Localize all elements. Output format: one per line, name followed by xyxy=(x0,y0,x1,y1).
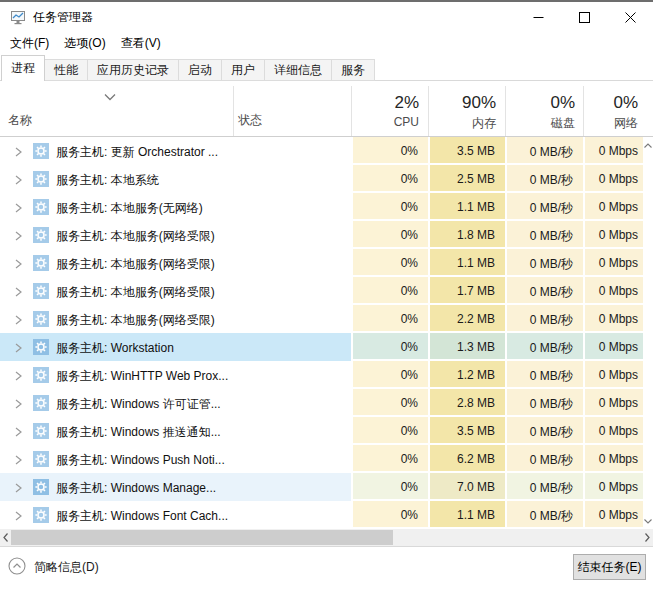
process-row[interactable]: 服务主机: 本地服务(无网络) 0% 1.1 MB 0 MB/秒 0 Mbps xyxy=(0,193,653,221)
service-gear-icon xyxy=(33,367,49,383)
maximize-icon xyxy=(579,12,590,23)
process-name: 服务主机: Windows 推送通知... xyxy=(56,424,221,441)
cpu-total-percent: 2% xyxy=(351,93,419,112)
column-header-memory[interactable]: 90% 内存 xyxy=(428,81,505,136)
process-name: 服务主机: 本地服务(网络受限) xyxy=(56,256,215,273)
process-row[interactable]: 服务主机: 本地系统 0% 2.5 MB 0 MB/秒 0 Mbps xyxy=(0,165,653,193)
disk-cell: 0 MB/秒 xyxy=(505,221,583,249)
process-name: 服务主机: 本地系统 xyxy=(56,172,159,189)
process-name: 服务主机: 本地服务(网络受限) xyxy=(56,312,215,329)
menu-options[interactable]: 选项(O) xyxy=(64,35,105,52)
expand-chevron-icon[interactable] xyxy=(14,286,24,296)
network-cell: 0 Mbps xyxy=(583,389,645,417)
disk-cell: 0 MB/秒 xyxy=(505,445,583,473)
close-icon xyxy=(625,12,636,23)
expand-chevron-icon[interactable] xyxy=(14,482,24,492)
window-title: 任务管理器 xyxy=(33,9,93,26)
vertical-scrollbar[interactable] xyxy=(643,137,653,529)
memory-cell: 1.1 MB xyxy=(428,249,505,277)
disk-cell: 0 MB/秒 xyxy=(505,193,583,221)
tab-performance[interactable]: 性能 xyxy=(44,59,88,81)
process-row[interactable]: 服务主机: WinHTTP Web Prox... 0% 1.2 MB 0 MB… xyxy=(0,361,653,389)
process-row[interactable]: 服务主机: 本地服务(网络受限) 0% 1.1 MB 0 MB/秒 0 Mbps xyxy=(0,249,653,277)
task-manager-icon xyxy=(10,9,26,25)
expand-chevron-icon[interactable] xyxy=(14,510,24,520)
network-cell: 0 Mbps xyxy=(583,165,645,193)
process-row[interactable]: 服务主机: 本地服务(网络受限) 0% 1.7 MB 0 MB/秒 0 Mbps xyxy=(0,277,653,305)
process-name: 服务主机: Windows Manage... xyxy=(56,480,216,497)
fewer-details-toggle[interactable]: 简略信息(D) xyxy=(8,557,99,578)
expand-chevron-icon[interactable] xyxy=(14,146,24,156)
network-column-label: 网络 xyxy=(583,115,638,132)
network-cell: 0 Mbps xyxy=(583,501,645,529)
maximize-button[interactable] xyxy=(561,2,607,32)
task-manager-window: 任务管理器 文件(F) 选项(O) 查看(V) 进程 性能 应用历史记录 启动 … xyxy=(0,0,653,592)
horizontal-scrollbar-thumb[interactable] xyxy=(11,530,393,545)
expand-chevron-icon[interactable] xyxy=(14,202,24,212)
process-row-left: 服务主机: WinHTTP Web Prox... xyxy=(0,361,351,389)
service-gear-icon xyxy=(33,451,49,467)
menu-view[interactable]: 查看(V) xyxy=(121,35,161,52)
scroll-right-icon[interactable] xyxy=(642,529,653,546)
process-row[interactable]: 服务主机: 本地服务(网络受限) 0% 2.2 MB 0 MB/秒 0 Mbps xyxy=(0,305,653,333)
expand-chevron-icon[interactable] xyxy=(14,426,24,436)
memory-cell: 1.1 MB xyxy=(428,501,505,529)
expand-chevron-icon[interactable] xyxy=(14,454,24,464)
memory-cell: 2.8 MB xyxy=(428,389,505,417)
memory-cell: 3.5 MB xyxy=(428,137,505,165)
expand-chevron-icon[interactable] xyxy=(14,174,24,184)
process-name: 服务主机: 本地服务(网络受限) xyxy=(56,228,215,245)
expand-chevron-icon[interactable] xyxy=(14,314,24,324)
column-header-status[interactable]: 状态 xyxy=(238,112,262,129)
process-row[interactable]: 服务主机: Workstation 0% 1.3 MB 0 MB/秒 0 Mbp… xyxy=(0,333,653,361)
expand-chevron-icon[interactable] xyxy=(14,370,24,380)
process-row-left: 服务主机: 本地服务(网络受限) xyxy=(0,249,351,277)
close-button[interactable] xyxy=(607,2,653,32)
service-gear-icon xyxy=(33,395,49,411)
process-row[interactable]: 服务主机: Windows Push Noti... 0% 6.2 MB 0 M… xyxy=(0,445,653,473)
end-task-button[interactable]: 结束任务(E) xyxy=(573,554,646,580)
tab-app-history[interactable]: 应用历史记录 xyxy=(87,59,179,81)
memory-cell: 1.8 MB xyxy=(428,221,505,249)
process-name: 服务主机: Windows Push Noti... xyxy=(56,452,225,469)
column-header-name[interactable]: 名称 xyxy=(8,112,32,129)
service-gear-icon xyxy=(33,311,49,327)
process-row[interactable]: 服务主机: Windows 推送通知... 0% 3.5 MB 0 MB/秒 0… xyxy=(0,417,653,445)
network-cell: 0 Mbps xyxy=(583,193,645,221)
tab-users[interactable]: 用户 xyxy=(221,59,265,81)
process-row-left: 服务主机: Windows Push Noti... xyxy=(0,445,351,473)
process-row[interactable]: 服务主机: Windows Font Cach... 0% 1.1 MB 0 M… xyxy=(0,501,653,529)
disk-cell: 0 MB/秒 xyxy=(505,501,583,529)
menu-file[interactable]: 文件(F) xyxy=(10,35,49,52)
window-controls xyxy=(515,2,653,32)
process-row[interactable]: 服务主机: 本地服务(网络受限) 0% 1.8 MB 0 MB/秒 0 Mbps xyxy=(0,221,653,249)
menubar: 文件(F) 选项(O) 查看(V) xyxy=(0,32,653,54)
network-cell: 0 Mbps xyxy=(583,221,645,249)
memory-column-label: 内存 xyxy=(428,115,496,132)
process-row[interactable]: 服务主机: 更新 Orchestrator ... 0% 3.5 MB 0 MB… xyxy=(0,137,653,165)
tab-startup[interactable]: 启动 xyxy=(178,59,222,81)
scroll-left-icon[interactable] xyxy=(0,529,11,546)
process-row[interactable]: 服务主机: Windows 许可证管... 0% 2.8 MB 0 MB/秒 0… xyxy=(0,389,653,417)
tab-details[interactable]: 详细信息 xyxy=(264,59,332,81)
cpu-cell: 0% xyxy=(351,221,428,249)
expand-chevron-icon[interactable] xyxy=(14,230,24,240)
minimize-icon xyxy=(533,12,544,23)
scroll-down-icon[interactable] xyxy=(643,515,653,527)
column-header-disk[interactable]: 0% 磁盘 xyxy=(505,81,583,136)
expand-chevron-icon[interactable] xyxy=(14,342,24,352)
process-row[interactable]: 服务主机: Windows Manage... 0% 7.0 MB 0 MB/秒… xyxy=(0,473,653,501)
expand-chevron-icon[interactable] xyxy=(14,258,24,268)
horizontal-scrollbar[interactable] xyxy=(0,529,653,546)
memory-total-percent: 90% xyxy=(428,93,496,112)
expand-chevron-icon[interactable] xyxy=(14,398,24,408)
process-name: 服务主机: Windows Font Cach... xyxy=(56,508,228,525)
minimize-button[interactable] xyxy=(515,2,561,32)
column-header-cpu[interactable]: 2% CPU xyxy=(351,81,428,136)
tab-services[interactable]: 服务 xyxy=(331,59,375,81)
process-name: 服务主机: 本地服务(无网络) xyxy=(56,200,203,217)
column-header-network[interactable]: 0% 网络 xyxy=(583,81,645,136)
process-row-left: 服务主机: 更新 Orchestrator ... xyxy=(0,137,351,165)
tab-processes[interactable]: 进程 xyxy=(1,55,45,81)
scroll-up-icon[interactable] xyxy=(643,139,653,151)
